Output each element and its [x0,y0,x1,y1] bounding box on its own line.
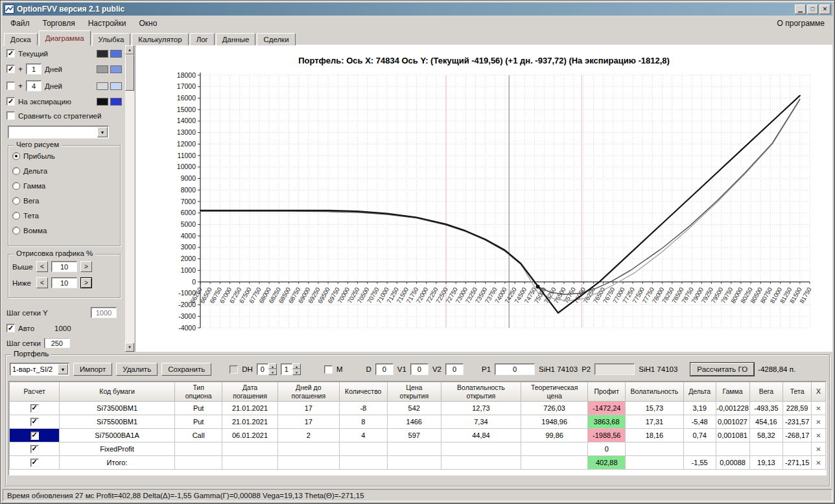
column-header[interactable]: Гамма [716,382,749,402]
delete-row-button[interactable]: ✕ [812,456,826,470]
column-header[interactable]: Вега [749,382,783,402]
save-button[interactable]: Сохранить [161,363,211,376]
column-header[interactable]: Теоретическая цена [521,382,587,402]
swatch-plus4-1[interactable] [97,82,108,90]
row-calc-cell[interactable] [10,415,60,429]
table-row[interactable]: FixedProfit0✕ [10,442,826,456]
chevron-down-icon[interactable]: ▼ [97,127,108,137]
checkbox-plus1[interactable] [6,65,15,73]
delete-row-button[interactable]: ✕ [812,402,826,415]
scroll-down-icon[interactable]: ▼ [125,343,134,352]
column-header[interactable]: Цена открытия [387,382,441,402]
spinner-arrows-icon[interactable]: ▲▼ [268,363,277,375]
dh-spinner-a-value[interactable]: 0 [257,363,268,375]
column-header[interactable]: Тета [783,382,812,402]
sidebar-scrollbar[interactable]: ▲ ▼ [125,45,134,352]
row-checkbox[interactable] [30,404,39,413]
profit-chart[interactable]: -4000-3000-2000-100001000200030004000500… [135,67,832,352]
column-header[interactable]: Дней до погашения [277,382,339,402]
column-header[interactable]: X [812,382,826,402]
range-input-0[interactable]: 10 [51,261,77,272]
swatch-expiration-1[interactable] [97,98,108,106]
minimize-button[interactable]: ▁ [795,5,806,14]
column-header[interactable]: Дата погашения [222,382,277,402]
title-bar[interactable]: OptionFVV версия 2.1 public ▁ □ ✕ [3,3,832,16]
checkbox-expiration[interactable] [6,97,15,106]
delete-row-button[interactable]: ✕ [812,429,826,442]
menu-item-trade[interactable]: Торговля [36,16,82,30]
auto-checkbox[interactable] [6,324,15,332]
scroll-up-icon[interactable]: ▲ [125,45,134,54]
strategy-select[interactable]: ▼ [8,126,109,139]
tab-smile[interactable]: Улыбка [92,33,131,45]
tab-calculator[interactable]: Калькулятор [132,33,188,45]
p1-input[interactable]: 0 [495,363,535,375]
checkbox-current[interactable] [6,49,15,58]
menu-item-about[interactable]: О программе [771,16,831,30]
days-input-plus4[interactable]: 4 [26,80,41,91]
row-calc-cell[interactable] [10,429,60,442]
import-button[interactable]: Импорт [73,363,112,376]
row-checkbox[interactable] [30,431,39,440]
swatch-plus4-2[interactable] [110,82,122,90]
range-inc-button-1[interactable]: > [80,277,92,288]
scroll-thumb[interactable] [125,54,134,91]
swatch-current-1[interactable] [97,50,108,58]
table-row[interactable]: Si75500BM1Put21.01.202117814667,341948,9… [10,415,826,429]
tab-diagram[interactable]: Диаграмма [39,30,91,45]
grid-step-y-input[interactable]: 1000 [91,307,117,318]
table-row[interactable]: Итого:402,88-1,550,0008819,13-271,15✕ [10,456,826,470]
row-checkbox[interactable] [30,445,39,453]
swatch-plus1-1[interactable] [97,65,108,73]
swatch-expiration-2[interactable] [110,98,122,106]
v2-input[interactable]: 0 [445,363,464,375]
range-input-1[interactable]: 10 [51,277,77,288]
scroll-track[interactable] [125,54,134,343]
spinner-arrows-icon[interactable]: ▲▼ [292,363,301,375]
column-header[interactable]: Волатильность открытия [441,382,521,402]
draw-option-2[interactable]: Гамма [12,182,116,190]
draw-option-0[interactable]: Прибыль [12,152,116,160]
range-inc-button-0[interactable]: > [80,261,92,272]
close-button[interactable]: ✕ [819,5,830,14]
tab-deals[interactable]: Сделки [257,33,295,45]
column-header[interactable]: Тип опциона [174,382,222,402]
menu-item-window[interactable]: Окно [133,16,164,30]
menu-item-file[interactable]: Файл [4,16,36,30]
d-input[interactable]: 0 [375,363,394,375]
maximize-button[interactable]: □ [807,5,818,14]
draw-option-3[interactable]: Вега [12,197,116,205]
range-dec-button-1[interactable]: < [36,277,48,288]
range-dec-button-0[interactable]: < [36,261,48,272]
draw-option-4[interactable]: Тета [12,212,116,220]
row-calc-cell[interactable] [10,442,60,456]
row-calc-cell[interactable] [10,456,60,470]
column-header[interactable]: Расчет [10,382,60,402]
column-header[interactable]: Волатильность [626,382,684,402]
v1-input[interactable]: 0 [410,363,429,375]
chevron-down-icon[interactable]: ▼ [58,364,68,374]
dh-checkbox[interactable] [229,365,238,374]
row-checkbox[interactable] [30,418,39,426]
column-header[interactable]: Код бумаги [60,382,175,402]
row-calc-cell[interactable] [10,402,60,415]
menu-item-settings[interactable]: Настройки [82,16,133,30]
preset-select[interactable]: 1-вар-т_SI/2 ▼ [10,363,69,376]
row-checkbox[interactable] [30,459,39,467]
draw-option-1[interactable]: Дельта [12,167,116,175]
tab-log[interactable]: Лог [190,33,215,45]
checkbox-plus4[interactable] [6,82,15,90]
column-header[interactable]: Количество [339,382,387,402]
calc-go-button[interactable]: Рассчитать ГО [690,363,754,376]
swatch-plus1-2[interactable] [110,65,122,73]
delete-row-button[interactable]: ✕ [812,415,826,429]
days-input-plus1[interactable]: 1 [26,63,41,74]
table-row[interactable]: Si73500BM1Put21.01.202117-854212,73726,0… [10,402,826,415]
tab-data[interactable]: Данные [216,33,256,45]
grid-step-x-input[interactable]: 250 [44,338,70,348]
tab-board[interactable]: Доска [4,33,38,45]
delete-button[interactable]: Удалить [116,363,158,376]
column-header[interactable]: Профит [588,382,626,402]
column-header[interactable]: Дельта [683,382,716,402]
p2-input[interactable] [594,363,635,375]
